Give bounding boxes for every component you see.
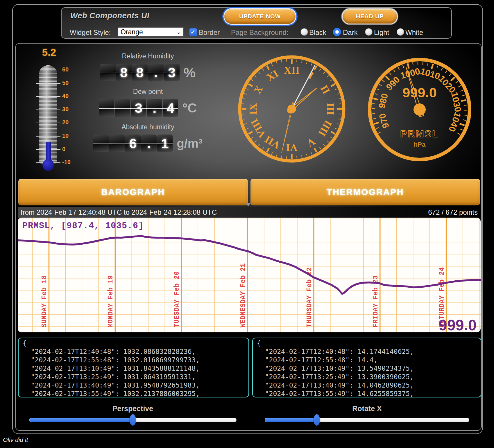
readout-label: Dew point <box>85 88 210 96</box>
perspective-label: Perspective <box>29 404 237 413</box>
flip-digit-cell: 6 <box>125 135 141 152</box>
flip-digit-cell: . <box>148 64 164 81</box>
svg-text:XII: XII <box>284 64 300 76</box>
widget-style-value: Orange <box>121 28 143 36</box>
readout-display: 3.4°C <box>85 99 210 117</box>
rotate-x-slider-fill <box>265 418 317 422</box>
readout-unit: % <box>184 64 196 80</box>
svg-text:MONDAY Feb 19: MONDAY Feb 19 <box>107 275 114 327</box>
barograph-chart[interactable]: SUNDAY Feb 18MONDAY Feb 19TUESDAY Feb 20… <box>18 218 481 332</box>
graph-splitter-handle[interactable] <box>246 203 251 206</box>
widget-style-label: Widget Style: <box>70 28 111 37</box>
svg-text:V: V <box>305 135 317 149</box>
svg-text:1030: 1030 <box>449 91 463 113</box>
time-range-bar: from 2024-Feb-17 12:40:48 UTC to 2024-Fe… <box>18 207 481 218</box>
temperature-json-text: { "2024-02-17T12:40:48": 14.1744140625, … <box>253 338 481 397</box>
flip-digit-cell <box>93 135 109 152</box>
flip-digit-cell: 8 <box>132 64 148 81</box>
svg-text:PRMSL, [987.4, 1035.6]: PRMSL, [987.4, 1035.6] <box>22 221 144 231</box>
svg-text:WEDNESDAY Feb 21: WEDNESDAY Feb 21 <box>239 263 247 327</box>
thermometer: 5.2 6050403020100-10 <box>27 46 88 174</box>
radio-white-label: White <box>405 28 423 37</box>
rotate-x-label: Rotate X <box>265 404 469 413</box>
svg-text:IIII: IIII <box>316 118 334 138</box>
svg-text:1040: 1040 <box>447 111 463 133</box>
svg-text:999.0: 999.0 <box>439 317 477 332</box>
rotate-x-slider-thumb[interactable] <box>314 414 320 426</box>
svg-text:970: 970 <box>377 112 391 130</box>
page-background-label: Page Background: <box>231 28 288 37</box>
control-panel: Web Components UI UPDATE NOW HEAD UP Wid… <box>61 7 452 39</box>
flip-digit-cell: 8 <box>116 64 132 81</box>
readout-label: Absolute humidity <box>85 123 210 131</box>
analog-clock: XIIIIIIIIIIIIVVIVIIVIIIIXXXI <box>235 53 348 165</box>
svg-text:IX: IX <box>247 103 259 115</box>
svg-text:999.0: 999.0 <box>402 85 437 100</box>
perspective-slider[interactable] <box>29 418 237 422</box>
flip-digit-cell <box>99 99 114 117</box>
svg-text:TUESDAY Feb 20: TUESDAY Feb 20 <box>173 271 181 327</box>
weather-widget-panel: 5.2 6050403020100-10 Relative Humidity88… <box>15 43 482 431</box>
readout-display: 88.3% <box>85 64 210 81</box>
border-label: Border <box>199 28 220 37</box>
pressure-json-panel[interactable]: { "2024-02-17T12:40:48": 1032.0868328282… <box>18 338 249 397</box>
pressure-gauge: 97098099010001010102010301040999.0PRMSLh… <box>364 54 475 165</box>
perspective-slider-thumb[interactable] <box>130 414 136 426</box>
perspective-slider-fill <box>29 418 133 422</box>
credit-text: Oliv did it <box>3 436 28 443</box>
svg-text:hPa: hPa <box>414 141 426 148</box>
main-window: Web Components UI UPDATE NOW HEAD UP Wid… <box>12 4 483 434</box>
readout-display: 6.1g/m³ <box>85 135 210 152</box>
svg-text:II: II <box>318 83 332 96</box>
head-up-button[interactable]: HEAD UP <box>343 9 397 24</box>
svg-text:VIII: VIII <box>248 117 268 140</box>
points-count: 672 / 672 points <box>428 208 478 216</box>
readout-label: Relative Humidity <box>85 52 210 60</box>
radio-light-label: Light <box>374 28 389 37</box>
flip-digit-cell: . <box>147 99 162 117</box>
widget-style-select[interactable]: Orange <box>118 27 184 37</box>
thermometer-bulb <box>42 159 54 171</box>
readout-unit: g/m³ <box>177 137 203 150</box>
svg-text:X: X <box>251 83 265 96</box>
temperature-json-panel[interactable]: { "2024-02-17T12:40:48": 14.1744140625, … <box>252 338 482 397</box>
flip-digit-cell <box>109 135 125 152</box>
readout-unit: °C <box>182 101 197 116</box>
tab-barograph[interactable]: BAROGRAPH <box>18 179 248 205</box>
svg-text:VII: VII <box>263 133 282 151</box>
svg-text:1020: 1020 <box>436 74 457 95</box>
flip-digit-cell: 1 <box>157 135 173 152</box>
flip-digit-cell: 4 <box>163 99 178 117</box>
svg-text:SUNDAY Feb 18: SUNDAY Feb 18 <box>41 275 48 327</box>
radio-background-white[interactable] <box>397 28 404 36</box>
flip-digit-cell <box>100 64 116 81</box>
radio-background-dark[interactable] <box>333 28 341 36</box>
radio-background-light[interactable] <box>365 28 373 36</box>
flip-digit-cell: 3 <box>164 64 180 81</box>
radio-black-label: Black <box>309 28 326 37</box>
svg-text:III: III <box>325 103 336 115</box>
svg-text:VI: VI <box>286 142 298 153</box>
update-now-button[interactable]: UPDATE NOW <box>224 9 296 24</box>
tab-thermograph[interactable]: THERMOGRAPH <box>250 179 480 205</box>
flip-digit-cell: . <box>141 135 157 152</box>
radio-background-black[interactable] <box>300 28 308 36</box>
flip-digit-cell <box>115 99 130 117</box>
time-range-text: from 2024-Feb-17 12:40:48 UTC to 2024-Fe… <box>21 208 217 216</box>
radio-dark-label: Dark <box>343 28 358 37</box>
svg-text:PRMSL: PRMSL <box>400 128 439 139</box>
border-checkbox[interactable] <box>189 28 197 36</box>
pressure-json-text: { "2024-02-17T12:40:48": 1032.0868328282… <box>19 338 248 397</box>
chevron-down-icon <box>176 28 181 36</box>
digital-readouts: Relative Humidity88.3%Dew point3.4°CAbso… <box>85 52 210 159</box>
rotate-x-slider[interactable] <box>265 418 469 422</box>
thermometer-value: 5.2 <box>33 46 65 58</box>
page: Web Components UI UPDATE NOW HEAD UP Wid… <box>0 0 494 448</box>
svg-text:980: 980 <box>377 92 390 109</box>
app-title: Web Components UI <box>70 11 149 20</box>
svg-text:XI: XI <box>264 67 280 83</box>
flip-digit-cell: 3 <box>131 99 146 117</box>
